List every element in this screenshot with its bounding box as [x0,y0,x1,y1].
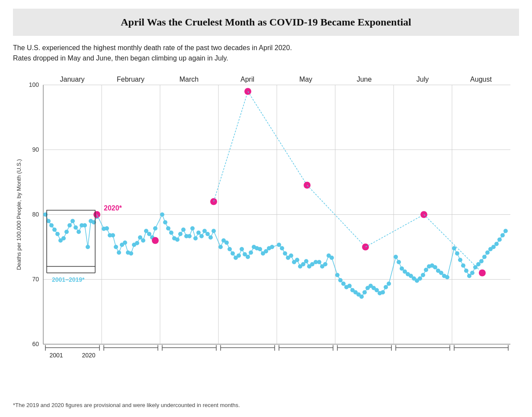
svg-line-138 [248,92,307,185]
svg-rect-61 [47,210,95,267]
svg-point-46 [52,228,57,232]
svg-point-86 [169,231,173,235]
svg-point-74 [129,251,133,256]
svg-point-107 [237,254,241,258]
svg-point-194 [503,229,508,233]
svg-point-114 [258,247,262,251]
svg-point-133 [317,260,321,264]
svg-text:60: 60 [32,341,39,347]
svg-point-192 [497,238,502,242]
chart-title: April Was the Cruelest Month as COVID-19… [17,16,515,28]
svg-line-198 [214,231,221,247]
svg-point-92 [187,234,192,239]
svg-point-108 [240,247,244,251]
svg-point-51 [67,223,72,228]
svg-point-93 [190,226,195,231]
month-may: May [299,76,312,83]
svg-point-159 [397,260,401,264]
svg-point-84 [163,220,167,225]
svg-point-80 [147,232,151,236]
svg-point-122 [283,251,287,256]
mar-historical-points [160,213,216,242]
svg-point-121 [280,246,284,251]
svg-point-47 [55,232,60,236]
svg-point-52 [71,219,75,223]
svg-point-76 [135,241,139,245]
svg-point-135 [323,262,327,267]
month-jan: January [60,76,85,83]
subtitle-line1: The U.S. experienced the highest monthly… [13,44,292,51]
svg-point-147 [359,295,364,299]
footnote: *The 2019 and 2020 figures are provision… [13,402,519,408]
legend-2020-label: 2020* [104,204,122,212]
svg-point-103 [224,241,229,245]
jul-historical-points [394,255,449,283]
svg-point-45 [49,223,54,228]
svg-text:70: 70 [32,276,39,283]
svg-point-95 [196,231,201,235]
svg-line-196 [97,215,104,229]
apr-historical-points [218,239,274,260]
jan-historical-points [43,213,99,249]
svg-point-168 [424,268,428,272]
subtitle: The U.S. experienced the highest monthly… [13,43,519,64]
svg-point-56 [83,223,87,228]
svg-point-141 [341,282,346,286]
svg-point-126 [295,258,299,262]
month-feb: February [117,76,144,83]
svg-point-104 [228,247,232,251]
svg-point-154 [381,290,385,295]
svg-point-98 [205,232,210,236]
svg-text:80: 80 [32,211,39,218]
svg-point-72 [123,241,127,245]
svg-point-96 [199,234,204,239]
month-aug: August [470,76,492,83]
svg-point-183 [470,271,474,275]
svg-point-57 [86,245,90,249]
svg-point-193 [500,233,505,238]
svg-point-110 [246,255,250,259]
svg-point-105 [231,251,235,256]
year-2001: 2001 [49,352,63,359]
svg-point-187 [482,255,487,259]
svg-point-85 [166,226,170,231]
svg-point-53 [74,226,78,230]
subtitle-line2: Rates dropped in May and June, then bega… [13,54,228,62]
svg-point-89 [178,232,183,236]
jun-historical-points [335,273,391,299]
svg-point-88 [175,238,179,242]
svg-line-157 [307,185,365,247]
svg-point-69 [114,245,118,249]
svg-line-176 [365,215,424,247]
svg-point-171 [433,265,437,270]
svg-point-191 [494,242,499,246]
aug-2020-point [479,270,486,277]
svg-point-70 [117,251,121,255]
svg-line-119 [214,92,248,202]
svg-point-99 [208,236,213,240]
svg-point-181 [464,269,468,273]
month-jul: July [417,76,429,83]
svg-point-66 [105,226,109,231]
svg-line-200 [332,258,337,275]
svg-point-178 [455,251,459,256]
yaxis-label: Deaths per 100,000 People, by Month (U.S… [16,159,22,270]
svg-text:100: 100 [29,81,39,88]
month-apr: April [240,76,254,83]
feb-2020-point [152,237,159,244]
svg-text:90: 90 [32,146,39,153]
svg-point-90 [181,228,186,232]
svg-point-111 [249,251,253,255]
title-bar: April Was the Cruelest Month as COVID-19… [13,9,519,36]
svg-point-49 [61,236,66,241]
svg-point-186 [479,259,484,264]
svg-point-143 [347,284,352,288]
svg-line-202 [447,248,454,277]
may-historical-points [277,243,334,269]
svg-point-129 [304,259,308,264]
main-container: April Was the Cruelest Month as COVID-19… [0,0,532,417]
feb-historical-points [102,226,157,256]
year-2020: 2020 [82,352,95,359]
svg-line-197 [155,215,162,229]
svg-point-180 [461,264,465,268]
